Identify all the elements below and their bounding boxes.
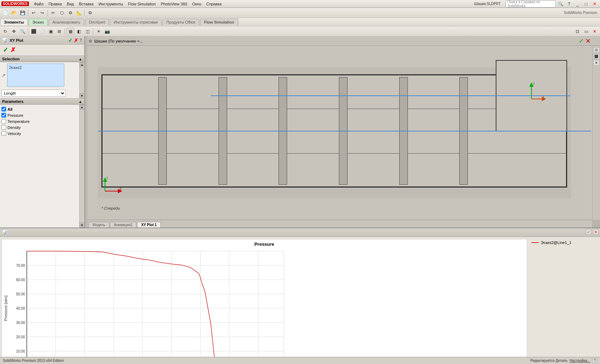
display3-btn[interactable]: ◫ <box>84 28 91 35</box>
tab-animation[interactable]: Анимация1 <box>110 222 137 228</box>
redo-btn[interactable]: ↪ <box>38 9 46 16</box>
display1-btn[interactable]: ▦ <box>66 28 74 35</box>
scroll-up-btn[interactable]: ▲ <box>80 62 85 67</box>
view4-btn[interactable]: ⊞ <box>55 28 63 35</box>
drawing-btn[interactable]: 📐 <box>75 9 83 16</box>
panel-header: 📊 XY Plot ✓ ✗ ? <box>0 36 84 45</box>
right-btn-2[interactable]: ⬛ <box>593 54 600 59</box>
light-btn[interactable]: ☀ <box>95 28 102 35</box>
param-pressure: Pressure <box>1 112 78 118</box>
sketch-btn[interactable]: ✏ <box>49 9 57 16</box>
lower-panel-content: Pressure <box>0 237 600 364</box>
selection-box: ↗ Эскиз2 <box>1 64 78 87</box>
tab-elementi[interactable]: Элементы <box>0 19 28 25</box>
reject-btn[interactable]: ✕ <box>585 37 591 45</box>
param-all-label: All <box>8 107 12 111</box>
display2-btn[interactable]: ◧ <box>75 28 83 35</box>
ok-button-2[interactable]: ✓ <box>3 46 8 54</box>
tab-tools[interactable]: Инструменты отрисовки <box>110 19 161 25</box>
front-view-label: * Спереди <box>101 206 120 210</box>
view1-btn[interactable]: ⬛ <box>30 28 38 35</box>
options-btn[interactable]: ⚙ <box>86 9 94 16</box>
menu-help[interactable]: Справка <box>204 1 224 7</box>
right-inset: Y X <box>496 60 567 131</box>
svg-text:10.00: 10.00 <box>16 349 25 353</box>
view-tabs: Модель Анимация1 XY Plot 1 <box>87 220 592 228</box>
menu-file[interactable]: Файл <box>32 1 46 7</box>
svg-text:70.00: 70.00 <box>16 264 25 268</box>
param-temperature-checkbox[interactable] <box>1 119 6 124</box>
lower-corner-close[interactable]: ✕ <box>593 229 599 235</box>
camera-btn[interactable]: 📷 <box>103 28 111 35</box>
tab-dimxpert[interactable]: DimXpert <box>85 19 109 25</box>
selection-scrollbar[interactable]: ▲ ▼ <box>79 62 84 98</box>
new-btn[interactable]: 📄 <box>1 9 9 16</box>
cancel-button[interactable]: ✗ <box>74 38 78 43</box>
param-density-checkbox[interactable] <box>1 125 6 130</box>
statusbar: SolidWorks Premium 2013 x64 Edition Реда… <box>0 357 600 364</box>
rotate-btn[interactable]: ↻ <box>1 28 9 35</box>
pressure-chart-svg: 0 10.00 20.00 30.00 40.00 50.00 60.00 70… <box>2 248 527 364</box>
lower-corner-check[interactable]: ✓ <box>586 229 591 235</box>
minimize-btn[interactable]: _ <box>574 0 581 8</box>
view3-btn[interactable]: ▣ <box>47 28 55 35</box>
ok-button[interactable]: ✓ <box>68 38 72 43</box>
param-all-checkbox[interactable] <box>1 107 6 111</box>
menu-tools[interactable]: Инструменты <box>96 1 125 7</box>
right-btn-1[interactable]: ⊡ <box>593 47 600 53</box>
tab-eskiz[interactable]: Эскиз <box>29 19 48 25</box>
close-btn[interactable]: ✕ <box>591 0 599 8</box>
window-close[interactable]: ✕ <box>591 28 599 35</box>
zoom-btn[interactable]: 🔍 <box>19 28 26 35</box>
feature-btn[interactable]: ⬡ <box>58 9 66 16</box>
cancel-button-2[interactable]: ✗ <box>10 46 16 54</box>
param-pressure-checkbox[interactable] <box>1 113 6 118</box>
help-button[interactable]: ? <box>80 38 82 43</box>
breadcrumb: Шашки (По умолчанию <... <box>94 39 143 43</box>
window-restore[interactable]: ▭ <box>582 28 590 35</box>
menu-flow-sim[interactable]: Flow Simulation <box>126 1 158 7</box>
param-velocity-checkbox[interactable] <box>1 131 6 136</box>
tab-xyplot[interactable]: XY Plot 1 <box>137 222 160 228</box>
tab-model[interactable]: Модель <box>89 222 109 228</box>
menu-edit[interactable]: Правка <box>46 1 64 7</box>
right-btn-3[interactable]: ✕ <box>593 60 600 66</box>
open-btn[interactable]: 📂 <box>10 9 18 16</box>
chart-title: Pressure <box>2 239 527 248</box>
menu-insert[interactable]: Вставка <box>77 1 96 7</box>
parameters-section-header[interactable]: Parameters ▲ <box>0 98 84 105</box>
add-view-btn[interactable]: ⊕ <box>89 39 92 44</box>
undo-btn[interactable]: ↩ <box>30 9 38 16</box>
chart-area: Pressure <box>1 239 527 364</box>
pan-btn[interactable]: ✥ <box>10 28 18 35</box>
tab-analize[interactable]: Анализировать <box>49 19 84 25</box>
menu-window[interactable]: Окно <box>190 1 204 7</box>
svg-text:Y: Y <box>106 177 108 180</box>
search-btn[interactable]: 🔍 <box>556 0 564 8</box>
params-scroll-down[interactable]: ▼ <box>80 223 85 228</box>
params-scroll-up[interactable]: ▲ <box>80 105 85 110</box>
3d-view[interactable]: Y X <box>87 46 592 220</box>
param-velocity-label: Velocity <box>8 131 21 136</box>
selection-section-header[interactable]: Selection ▲ <box>0 56 84 62</box>
help-status-btn[interactable]: ? <box>592 358 597 363</box>
menu-photoview[interactable]: PhotoView 360 <box>159 1 189 7</box>
settings-link[interactable]: Настройка... <box>570 359 590 363</box>
length-dropdown[interactable]: Length <box>1 90 66 97</box>
save-btn[interactable]: 💾 <box>19 9 26 16</box>
accept-btn[interactable]: ✓ <box>579 37 584 45</box>
menu-view[interactable]: Вид <box>65 1 76 7</box>
blue-center-line <box>98 131 591 131</box>
view2-btn[interactable]: ⬜ <box>38 28 46 35</box>
selection-input[interactable]: Эскиз2 <box>7 64 64 87</box>
search-box[interactable]: Поиск в Справке по SolidWorks <box>506 0 556 8</box>
help-btn[interactable]: ? <box>565 0 573 8</box>
lower-panel-header: 📊 ✓ ✕ <box>0 228 600 237</box>
restore-btn[interactable]: □ <box>582 0 590 8</box>
params-scrollbar[interactable]: ▲ ▼ <box>79 105 84 228</box>
tab-flow-sim[interactable]: Flow Simulation <box>200 19 238 25</box>
assembly-btn[interactable]: ⚙ <box>66 9 74 16</box>
tab-office[interactable]: Продукты Office <box>162 19 199 25</box>
scroll-down-btn[interactable]: ▼ <box>80 93 85 98</box>
window-maximize[interactable]: ⊡ <box>574 28 581 35</box>
